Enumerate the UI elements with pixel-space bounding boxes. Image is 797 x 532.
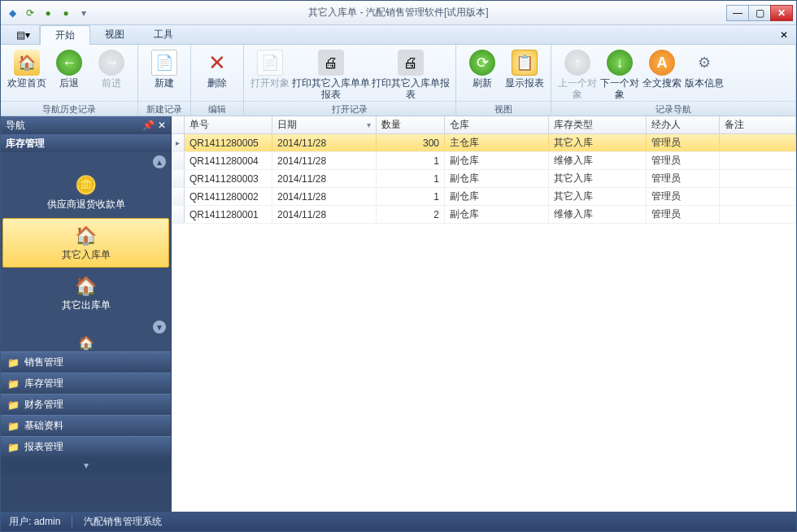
table-row[interactable]: QR14112800052014/11/28300主仓库其它入库管理员 — [172, 134, 796, 152]
ribbon-group-label: 记录导航 — [551, 101, 795, 116]
cell-operator: 管理员 — [647, 152, 720, 169]
show-report-button[interactable]: 📋显示报表 — [503, 48, 546, 89]
cell-warehouse: 副仓库 — [445, 206, 549, 223]
cell-note — [720, 134, 796, 151]
data-grid: 单号 日期 数量 仓库 库存类型 经办人 备注 QR14112800052014… — [172, 116, 796, 512]
cell-qty: 2 — [377, 206, 445, 223]
col-header-operator[interactable]: 经办人 — [647, 116, 720, 133]
fulltext-search-button[interactable]: A全文搜索 — [641, 48, 683, 89]
next-object-button[interactable]: ↓下一个对象 — [599, 48, 641, 100]
status-system: 汽配销售管理系统 — [84, 515, 162, 529]
ribbon-group-view: ⟳刷新 📋显示报表 视图 — [456, 45, 551, 116]
ribbon-group-label: 新建记录 — [138, 101, 190, 116]
nav-category-header: 库存管理 — [1, 134, 171, 152]
nav-body: ▲ 🪙 供应商退货收款单 🏠 其它入库单 🏠 其它出库单 ▼ 🏠 — [1, 152, 171, 351]
cell-warehouse: 主仓库 — [445, 134, 549, 151]
nav-item-other-in[interactable]: 🏠 其它入库单 — [2, 218, 169, 268]
printer-icon: 🖨 — [398, 50, 424, 76]
version-info-button[interactable]: ⚙版本信息 — [683, 48, 725, 89]
row-gutter — [172, 206, 185, 223]
chevron-down-icon[interactable]: ▾ — [84, 460, 89, 471]
close-button[interactable]: ✕ — [770, 5, 793, 21]
cell-qty: 1 — [377, 188, 445, 205]
down-icon: ↓ — [607, 50, 633, 76]
print-single-button[interactable]: 🖨打印其它入库单单报表 — [291, 48, 371, 100]
collapse-up-icon[interactable]: ▲ — [153, 155, 166, 168]
nav-back-icon[interactable]: ● — [41, 7, 54, 20]
nav-cat-stock[interactable]: 📁库存管理 — [1, 373, 171, 394]
ribbon-collapse-button[interactable]: ✕ — [772, 25, 796, 44]
prev-object-button[interactable]: ↑上一个对象 — [556, 48, 599, 100]
search-icon: A — [649, 50, 675, 76]
delete-button[interactable]: ✕删除 — [196, 48, 238, 89]
grid-body[interactable]: QR14112800052014/11/28300主仓库其它入库管理员QR141… — [172, 134, 796, 512]
print-table-button[interactable]: 🖨打印其它入库单报表 — [371, 48, 451, 100]
printer-icon: 🖨 — [318, 50, 344, 76]
cell-warehouse: 副仓库 — [445, 188, 549, 205]
nav-item-label: 供应商退货收款单 — [47, 198, 125, 211]
table-row[interactable]: QR14112800042014/11/281副仓库维修入库管理员 — [172, 152, 796, 170]
new-button[interactable]: 📄新建 — [143, 48, 185, 89]
nav-item-other-out[interactable]: 🏠 其它出库单 — [1, 269, 171, 317]
maximize-button[interactable]: ▢ — [748, 5, 771, 21]
nav-title: 导航 — [6, 119, 25, 133]
cell-date: 2014/11/28 — [272, 134, 377, 151]
cell-note — [720, 188, 796, 205]
house-icon: 🏠 — [73, 334, 99, 351]
cell-date: 2014/11/28 — [272, 170, 377, 187]
forward-button[interactable]: →前进 — [90, 48, 133, 89]
house-in-icon: 🏠 — [73, 224, 99, 248]
open-object-button[interactable]: 📄打开对象 — [249, 48, 291, 89]
nav-cat-sales[interactable]: 📁销售管理 — [1, 351, 171, 373]
collapse-down-icon[interactable]: ▼ — [153, 321, 166, 334]
status-user: 用户: admin — [9, 515, 60, 529]
nav-cat-finance[interactable]: 📁财务管理 — [1, 394, 171, 415]
refresh-icon[interactable]: ⟳ — [24, 7, 37, 20]
col-header-warehouse[interactable]: 仓库 — [445, 116, 549, 133]
ribbon: 🏠欢迎首页 ←后退 →前进 导航历史记录 📄新建 新建记录 ✕删除 编辑 📄打开… — [1, 45, 796, 116]
qat-dropdown-icon[interactable]: ▾ — [77, 7, 90, 20]
back-button[interactable]: ←后退 — [48, 48, 90, 89]
pin-icon[interactable]: 📌 — [142, 120, 155, 131]
tab-start[interactable]: 开始 — [40, 25, 90, 45]
table-row[interactable]: QR14112800012014/11/282副仓库维修入库管理员 — [172, 206, 796, 224]
cell-type: 其它入库 — [549, 170, 647, 187]
report-icon: 📋 — [512, 50, 538, 76]
cell-id: QR1411280002 — [185, 188, 272, 205]
nav-item-supplier-return[interactable]: 🪙 供应商退货收款单 — [1, 168, 171, 216]
nav-cat-label: 基础资料 — [24, 419, 63, 433]
col-header-type[interactable]: 库存类型 — [549, 116, 647, 133]
col-header-note[interactable]: 备注 — [720, 116, 796, 133]
nav-cat-label: 销售管理 — [24, 355, 63, 369]
ribbon-group-recordnav: ↑上一个对象 ↓下一个对象 A全文搜索 ⚙版本信息 记录导航 — [551, 45, 796, 116]
cell-warehouse: 副仓库 — [445, 152, 549, 169]
nav-cat-base[interactable]: 📁基础资料 — [1, 415, 171, 436]
col-header-qty[interactable]: 数量 — [377, 116, 445, 133]
col-header-date[interactable]: 日期 — [272, 116, 377, 133]
nav-cat-report[interactable]: 📁报表管理 — [1, 436, 171, 457]
cell-note — [720, 152, 796, 169]
nav-item-partial[interactable]: 🏠 — [1, 334, 171, 351]
statusbar: 用户: admin 汽配销售管理系统 — [1, 512, 796, 531]
ribbon-group-label: 视图 — [456, 101, 551, 116]
grid-header: 单号 日期 数量 仓库 库存类型 经办人 备注 — [172, 116, 796, 134]
cell-id: QR1411280004 — [185, 152, 272, 169]
row-gutter — [172, 188, 185, 205]
app-menu-button[interactable]: ▤▾ — [7, 25, 40, 44]
welcome-button[interactable]: 🏠欢迎首页 — [6, 48, 48, 89]
nav-fwd-icon[interactable]: ● — [59, 7, 72, 20]
col-header-id[interactable]: 单号 — [185, 116, 272, 133]
tab-view[interactable]: 视图 — [90, 25, 139, 44]
nav-panel: 导航 📌 ✕ 库存管理 ▲ 🪙 供应商退货收款单 🏠 其它入库单 🏠 — [1, 116, 172, 512]
table-row[interactable]: QR14112800032014/11/281副仓库其它入库管理员 — [172, 170, 796, 188]
cell-qty: 1 — [377, 152, 445, 169]
tab-tools[interactable]: 工具 — [139, 25, 188, 44]
minimize-button[interactable]: — — [726, 5, 749, 21]
cell-operator: 管理员 — [647, 134, 720, 151]
forward-icon: → — [98, 50, 124, 76]
refresh-button[interactable]: ⟳刷新 — [461, 48, 503, 89]
table-row[interactable]: QR14112800022014/11/281副仓库其它入库管理员 — [172, 188, 796, 206]
cell-id: QR1411280005 — [185, 134, 272, 151]
nav-close-icon[interactable]: ✕ — [158, 120, 166, 131]
cell-id: QR1411280003 — [185, 170, 272, 187]
